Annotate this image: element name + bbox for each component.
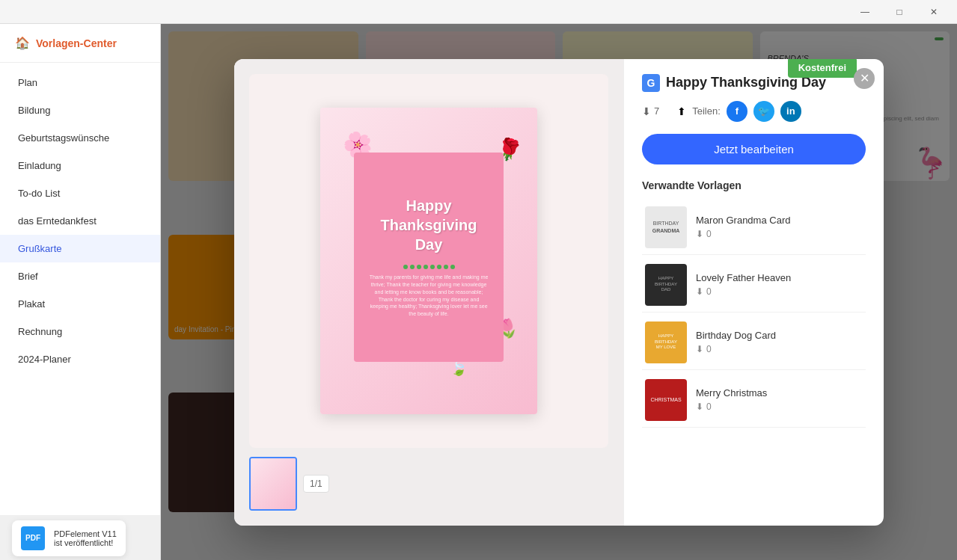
download-count: ⬇ 7 bbox=[642, 105, 659, 117]
download-icon: ⬇ bbox=[642, 105, 651, 117]
related-downloads-christmas: ⬇ 0 bbox=[696, 401, 863, 412]
related-item-dog[interactable]: HAPPY BIRTHDAYMY LOVE Birthday Dog Card … bbox=[642, 316, 866, 370]
sidebar-item-plan[interactable]: Plan bbox=[0, 69, 160, 96]
card-dot-1 bbox=[403, 265, 408, 269]
title-bar-controls: — □ ✕ bbox=[848, 0, 951, 24]
sidebar-item-planer[interactable]: 2024-Planer bbox=[0, 345, 160, 373]
related-list: BIRTHDAYGRANDMA Maron Grandma Card ⬇ 0 bbox=[642, 200, 866, 428]
page-indicator: 1/1 bbox=[303, 475, 329, 493]
share-area: ⬆ Teilen: f 🐦 in bbox=[677, 101, 801, 122]
minimize-button[interactable]: — bbox=[848, 0, 882, 24]
sidebar-nav: Plan Bildung Geburtstagswünsche Einladun… bbox=[0, 63, 160, 500]
app-window: — □ ✕ 🏠 Vorlagen-Center Plan Bildung Geb… bbox=[0, 0, 957, 560]
modal-close-button[interactable]: ✕ bbox=[854, 68, 875, 89]
card-dot-3 bbox=[417, 265, 421, 269]
kostenfrei-badge: Kostenfrei bbox=[788, 59, 857, 78]
related-thumb-christmas: CHRISTMAS bbox=[645, 379, 687, 421]
sidebar-title: Vorlagen-Center bbox=[36, 37, 117, 49]
sidebar-item-erntedankfest[interactable]: das Erntedankfest bbox=[0, 207, 160, 235]
modal-preview-section: 🌸 🌹 🌷 🍃 🍃 HappyThanksgiving Day bbox=[234, 59, 623, 526]
download-icon-dog: ⬇ bbox=[696, 344, 703, 354]
card-dot-8 bbox=[450, 265, 455, 269]
sidebar-item-geburtstagswunsche[interactable]: Geburtstagswünsche bbox=[0, 124, 160, 152]
content-area: HAPPY BRENDA'SBirthdayAUGUST 22, 2022AT … bbox=[161, 24, 957, 560]
twitter-share-button[interactable]: 🐦 bbox=[753, 101, 774, 122]
card-dots bbox=[403, 265, 455, 269]
thumb-inner-1 bbox=[251, 458, 296, 509]
pdf-promo[interactable]: PDF PDFelement V11 ist veröffentlicht! bbox=[12, 520, 126, 556]
download-count-father: 0 bbox=[706, 286, 712, 297]
related-downloads-dog: ⬇ 0 bbox=[696, 344, 863, 354]
related-title: Verwandte Vorlagen bbox=[642, 179, 866, 191]
related-name-dog: Birthday Dog Card bbox=[696, 330, 863, 341]
sidebar-header: 🏠 Vorlagen-Center bbox=[0, 24, 160, 63]
bottom-bar: PDF PDFelement V11 ist veröffentlicht! bbox=[0, 515, 160, 560]
pdf-icon: PDF bbox=[21, 526, 45, 550]
thumbnail-1[interactable] bbox=[249, 457, 297, 511]
linkedin-share-button[interactable]: in bbox=[780, 101, 801, 122]
sidebar-item-bildung[interactable]: Bildung bbox=[0, 96, 160, 124]
sidebar-item-brief[interactable]: Brief bbox=[0, 262, 160, 290]
related-info-dog: Birthday Dog Card ⬇ 0 bbox=[696, 330, 863, 354]
card-dot-4 bbox=[424, 265, 428, 269]
related-name-christmas: Merry Christmas bbox=[696, 387, 863, 399]
card-dot-7 bbox=[444, 265, 448, 269]
preview-thumbnails: 1/1 bbox=[249, 457, 608, 511]
related-info-christmas: Merry Christmas ⬇ 0 bbox=[696, 387, 863, 412]
download-count-dog: 0 bbox=[706, 344, 712, 354]
edit-button[interactable]: Jetzt bearbeiten bbox=[642, 134, 866, 164]
sidebar-item-einladung[interactable]: Einladung bbox=[0, 152, 160, 179]
modal-dialog: Kostenfrei ✕ 🌸 🌹 bbox=[234, 59, 884, 526]
card-body-text: Thank my parents for giving me life and … bbox=[369, 274, 489, 318]
preview-card: 🌸 🌹 🌷 🍃 🍃 HappyThanksgiving Day bbox=[320, 108, 537, 414]
related-name-father: Lovely Father Heaven bbox=[696, 272, 863, 283]
template-icon: G bbox=[642, 74, 660, 92]
card-dot-2 bbox=[410, 265, 415, 269]
maximize-button[interactable]: □ bbox=[882, 0, 917, 24]
preview-image-area: 🌸 🌹 🌷 🍃 🍃 HappyThanksgiving Day bbox=[249, 74, 608, 448]
download-icon-father: ⬇ bbox=[696, 286, 703, 297]
related-thumb-father: HAPPY BIRTHDAYDAD bbox=[645, 264, 687, 306]
download-icon-grandma: ⬇ bbox=[696, 229, 703, 239]
related-downloads-father: ⬇ 0 bbox=[696, 286, 863, 297]
card-dot-5 bbox=[430, 265, 435, 269]
sidebar-item-grubkarte[interactable]: Grußkarte bbox=[0, 235, 160, 262]
related-item-father[interactable]: HAPPY BIRTHDAYDAD Lovely Father Heaven ⬇… bbox=[642, 258, 866, 313]
modal-overlay[interactable]: Kostenfrei ✕ 🌸 🌹 bbox=[161, 24, 957, 560]
card-dot-6 bbox=[437, 265, 441, 269]
template-meta: ⬇ 7 ⬆ Teilen: f 🐦 in bbox=[642, 101, 866, 122]
download-count-christmas: 0 bbox=[706, 401, 712, 412]
share-icon: ⬆ bbox=[677, 105, 686, 117]
related-item-christmas[interactable]: CHRISTMAS Merry Christmas ⬇ 0 bbox=[642, 373, 866, 428]
sidebar-item-todolist[interactable]: To-do List bbox=[0, 179, 160, 207]
related-downloads-grandma: ⬇ 0 bbox=[696, 229, 863, 239]
home-icon: 🏠 bbox=[15, 36, 30, 50]
sidebar: 🏠 Vorlagen-Center Plan Bildung Geburtsta… bbox=[0, 24, 161, 560]
pdf-promo-text: PDFelement V11 ist veröffentlicht! bbox=[54, 529, 117, 547]
sidebar-item-rechnung[interactable]: Rechnung bbox=[0, 318, 160, 345]
related-thumb-grandma: BIRTHDAYGRANDMA bbox=[645, 206, 687, 248]
download-number: 7 bbox=[654, 105, 659, 117]
related-item-grandma[interactable]: BIRTHDAYGRANDMA Maron Grandma Card ⬇ 0 bbox=[642, 200, 866, 255]
related-info-father: Lovely Father Heaven ⬇ 0 bbox=[696, 272, 863, 297]
related-thumb-dog: HAPPY BIRTHDAYMY LOVE bbox=[645, 321, 687, 363]
card-inner: HappyThanksgiving Day bbox=[354, 153, 504, 362]
modal-info-section: G Happy Thanksgiving Day ⬇ 7 ⬆ bbox=[623, 59, 884, 526]
download-icon-christmas: ⬇ bbox=[696, 401, 703, 412]
title-bar: — □ ✕ bbox=[0, 0, 957, 24]
leaf-bottom-center-icon: 🍃 bbox=[450, 360, 467, 377]
related-name-grandma: Maron Grandma Card bbox=[696, 215, 863, 226]
download-count-grandma: 0 bbox=[706, 229, 712, 239]
sidebar-item-plakat[interactable]: Plakat bbox=[0, 290, 160, 318]
card-title: HappyThanksgiving Day bbox=[369, 196, 489, 254]
close-button[interactable]: ✕ bbox=[917, 0, 951, 24]
share-label: Teilen: bbox=[692, 105, 721, 117]
facebook-share-button[interactable]: f bbox=[727, 101, 747, 122]
main-area: 🏠 Vorlagen-Center Plan Bildung Geburtsta… bbox=[0, 24, 957, 560]
related-info-grandma: Maron Grandma Card ⬇ 0 bbox=[696, 215, 863, 239]
modal-body: 🌸 🌹 🌷 🍃 🍃 HappyThanksgiving Day bbox=[234, 59, 884, 526]
